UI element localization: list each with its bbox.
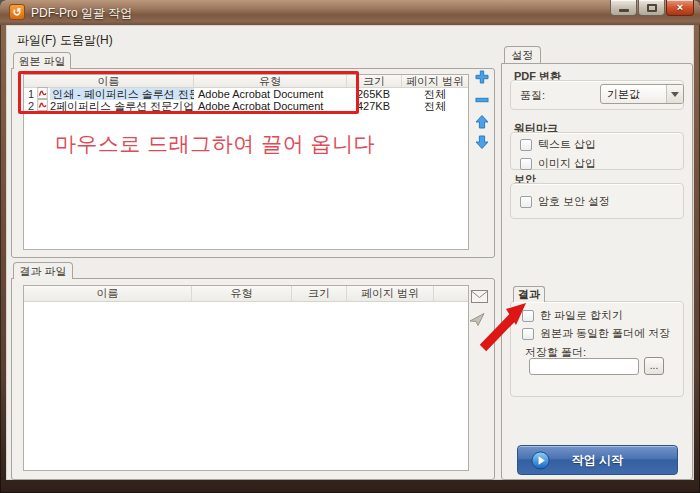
tab-source-files[interactable]: 원본 파일 bbox=[13, 52, 71, 69]
tab-result-files[interactable]: 결과 파일 bbox=[13, 262, 73, 279]
same-folder-checkbox[interactable] bbox=[522, 328, 534, 340]
watermark-text-option[interactable]: 텍스트 삽입 bbox=[520, 137, 596, 152]
file-type: Adobe Acrobat Document bbox=[194, 88, 347, 100]
text-insert-label: 텍스트 삽입 bbox=[538, 137, 596, 152]
column-header-range[interactable]: 페이지 범위 bbox=[347, 286, 434, 301]
save-folder-input[interactable] bbox=[529, 358, 639, 375]
arrow-down-icon bbox=[474, 134, 490, 150]
tab-settings[interactable]: 설정 bbox=[504, 46, 541, 63]
source-file-list[interactable]: 이름 유형 크기 페이지 범위 1 인쇄 - 페이퍼리스 솔루션 전문기업, .… bbox=[23, 74, 469, 250]
arrow-up-icon bbox=[474, 114, 490, 130]
result-list-header: 이름 유형 크기 페이지 범위 bbox=[24, 286, 468, 302]
close-icon: × bbox=[667, 0, 693, 15]
password-security-label: 암호 보안 설정 bbox=[538, 194, 610, 209]
same-folder-label: 원본과 동일한 폴더에 저장 bbox=[540, 326, 670, 341]
file-size: 265KB bbox=[347, 88, 402, 100]
row-number: 1 bbox=[24, 88, 34, 100]
browse-folder-button[interactable]: ... bbox=[644, 357, 664, 375]
column-header-range[interactable]: 페이지 범위 bbox=[402, 75, 468, 87]
app-icon: ↺ bbox=[9, 4, 25, 20]
file-size: 427KB bbox=[347, 100, 402, 112]
quality-value: 기본값 bbox=[607, 85, 640, 103]
quality-label: 품질: bbox=[520, 88, 545, 103]
file-type: Adobe Acrobat Document bbox=[194, 100, 347, 112]
move-down-button[interactable] bbox=[474, 134, 490, 150]
start-job-button[interactable]: 작업 시작 bbox=[517, 445, 678, 475]
plus-icon bbox=[474, 69, 490, 85]
text-insert-checkbox[interactable] bbox=[520, 139, 532, 151]
add-file-button[interactable] bbox=[474, 69, 490, 85]
maximize-button[interactable] bbox=[638, 0, 665, 16]
column-header-size[interactable]: 크기 bbox=[292, 286, 347, 301]
image-insert-label: 이미지 삽입 bbox=[538, 156, 596, 171]
column-header-name[interactable]: 이름 bbox=[24, 286, 192, 301]
window-title: PDF-Pro 일괄 작업 bbox=[31, 5, 132, 22]
password-security-checkbox[interactable] bbox=[520, 196, 532, 208]
column-header-type[interactable]: 유형 bbox=[192, 286, 292, 301]
quality-select[interactable]: 기본값 bbox=[600, 84, 684, 104]
email-result-button[interactable] bbox=[471, 289, 488, 307]
paper-plane-icon bbox=[469, 312, 485, 327]
watermark-image-option[interactable]: 이미지 삽입 bbox=[520, 156, 596, 171]
column-header-type[interactable]: 유형 bbox=[194, 75, 347, 87]
title-bar[interactable]: ↺ PDF-Pro 일괄 작업 × bbox=[0, 0, 700, 25]
column-header-name[interactable]: 이름 bbox=[24, 75, 194, 87]
column-header-size[interactable]: 크기 bbox=[347, 75, 402, 87]
merge-checkbox[interactable] bbox=[522, 310, 534, 322]
result-file-list[interactable]: 이름 유형 크기 페이지 범위 bbox=[23, 285, 469, 471]
close-button[interactable]: × bbox=[666, 0, 694, 16]
app-window: ↺ PDF-Pro 일괄 작업 × 파일(F) 도움말(H) 원본 파일 이름 … bbox=[0, 0, 700, 493]
result-group-tab: 결과 bbox=[513, 286, 545, 302]
source-file-row[interactable]: 2 2페이퍼리스 솔루션 전문기업, 이파피... Adobe Acrobat … bbox=[24, 100, 468, 112]
minimize-icon bbox=[619, 9, 629, 12]
minus-icon bbox=[474, 92, 490, 108]
open-result-button[interactable] bbox=[469, 312, 485, 331]
same-folder-option[interactable]: 원본과 동일한 폴더에 저장 bbox=[522, 326, 670, 341]
pdf-file-icon bbox=[34, 99, 50, 113]
file-page-range: 전체 bbox=[402, 99, 468, 114]
menu-help[interactable]: 도움말(H) bbox=[56, 30, 117, 51]
chevron-down-icon bbox=[671, 92, 679, 97]
move-up-button[interactable] bbox=[474, 114, 490, 130]
envelope-icon bbox=[471, 290, 488, 303]
maximize-icon bbox=[647, 4, 657, 12]
client-area: 파일(F) 도움말(H) 원본 파일 이름 유형 크기 페이지 범위 1 인쇄 … bbox=[6, 25, 694, 480]
file-name: 2페이퍼리스 솔루션 전문기업, 이파피... bbox=[50, 99, 194, 114]
image-insert-checkbox[interactable] bbox=[520, 158, 532, 170]
password-security-option[interactable]: 암호 보안 설정 bbox=[520, 194, 610, 209]
merge-label: 한 파일로 합치기 bbox=[540, 308, 623, 323]
remove-file-button[interactable] bbox=[474, 92, 490, 108]
menu-file[interactable]: 파일(F) bbox=[13, 30, 60, 51]
row-number: 2 bbox=[24, 100, 34, 112]
column-header-filler bbox=[434, 286, 468, 301]
minimize-button[interactable] bbox=[610, 0, 637, 16]
dropdown-button[interactable] bbox=[666, 85, 683, 103]
start-job-label: 작업 시작 bbox=[518, 446, 677, 474]
settings-panel: PDF 변환 품질: 기본값 워터마크 텍스트 삽입 이미지 삽입 보안 bbox=[501, 63, 693, 480]
merge-option[interactable]: 한 파일로 합치기 bbox=[522, 308, 623, 323]
